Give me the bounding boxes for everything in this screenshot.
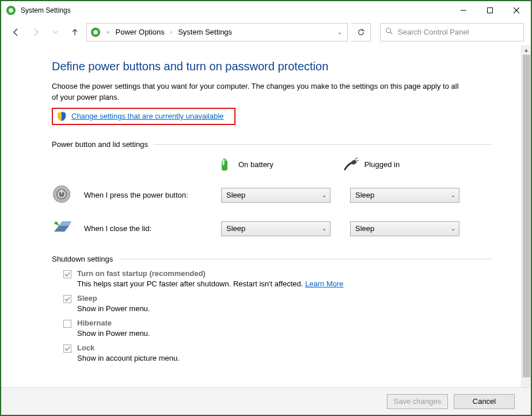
hibernate-checkbox[interactable] [63,320,71,328]
window-title: System Settings [21,6,71,14]
refresh-button[interactable] [351,23,371,41]
column-header-plugged: Plugged in [364,160,400,169]
scroll-up-icon[interactable]: ▲ [522,45,531,55]
page-description: Choose the power settings that you want … [52,81,466,103]
power-button-label: When I press the power button: [82,191,211,199]
lid-label: When I close the lid: [82,224,211,233]
column-header-battery: On battery [238,160,273,169]
maximize-button[interactable] [477,1,503,20]
chevron-down-icon: ⌄ [322,225,326,232]
chevron-down-icon: ⌄ [322,192,326,198]
titlebar: System Settings [1,1,531,20]
address-bar[interactable]: « Power Options › System Settings ⌄ [86,23,348,41]
scroll-thumb[interactable] [523,55,530,377]
hibernate-label: Hibernate [77,319,112,327]
search-icon [385,27,393,37]
breadcrumb-item[interactable]: System Settings [178,28,232,36]
search-input[interactable] [398,28,519,36]
sleep-desc: Show in Power menu. [77,304,150,313]
fast-startup-desc: This helps start your PC faster after sh… [77,279,303,288]
sleep-checkbox[interactable] [63,295,71,303]
breadcrumb-separator-icon: › [168,29,174,35]
forward-button[interactable] [28,24,44,40]
lid-icon [52,218,71,240]
lid-plugged-select[interactable]: Sleep⌄ [350,221,459,236]
close-button[interactable] [503,1,530,20]
save-button[interactable]: Save changes [387,394,448,409]
power-button-icon [52,184,71,206]
up-button[interactable] [67,24,83,40]
svg-point-8 [386,28,391,32]
address-dropdown-icon[interactable]: ⌄ [336,29,344,35]
svg-line-14 [355,158,358,159]
back-button[interactable] [8,24,24,40]
chevron-down-icon: ⌄ [451,225,455,232]
lock-checkbox[interactable] [63,345,71,353]
lid-battery-select[interactable]: Sleep⌄ [221,221,330,236]
svg-rect-13 [351,159,356,165]
highlight-box: Change settings that are currently unava… [52,108,235,125]
breadcrumb-item[interactable]: Power Options [116,28,165,36]
breadcrumb-root-indicator: « [104,29,112,35]
lock-label: Lock [77,343,94,352]
minimize-button[interactable] [450,1,477,20]
hibernate-desc: Show in Power menu. [77,329,150,338]
svg-line-9 [390,32,393,34]
plug-icon [343,157,359,173]
power-plugged-select[interactable]: Sleep⌄ [350,188,459,203]
change-settings-link[interactable]: Change settings that are currently unava… [71,112,224,120]
svg-point-12 [222,160,225,165]
lock-desc: Show in account picture menu. [77,354,180,362]
footer: Save changes Cancel [1,387,531,415]
battery-icon [216,157,233,173]
svg-point-7 [93,30,98,35]
app-icon [6,5,16,16]
page-title: Define power buttons and turn on passwor… [52,60,492,73]
folder-icon [90,27,101,37]
sleep-label: Sleep [77,294,97,302]
search-box[interactable] [380,23,524,41]
group-title: Power button and lid settings [52,140,148,149]
nav-row: « Power Options › System Settings ⌄ [1,20,531,45]
scrollbar[interactable]: ▲ [521,45,531,387]
learn-more-link[interactable]: Learn More [305,279,343,288]
cancel-button[interactable]: Cancel [454,394,515,409]
recent-button[interactable] [47,24,63,40]
chevron-down-icon: ⌄ [451,192,455,198]
fast-startup-checkbox[interactable] [63,270,71,278]
power-battery-select[interactable]: Sleep⌄ [221,188,330,203]
fast-startup-label: Turn on fast startup (recommended) [77,269,206,278]
svg-rect-3 [488,8,493,13]
group-title: Shutdown settings [52,255,113,263]
svg-point-1 [9,8,13,13]
shield-icon [56,111,67,122]
svg-line-15 [356,160,359,161]
